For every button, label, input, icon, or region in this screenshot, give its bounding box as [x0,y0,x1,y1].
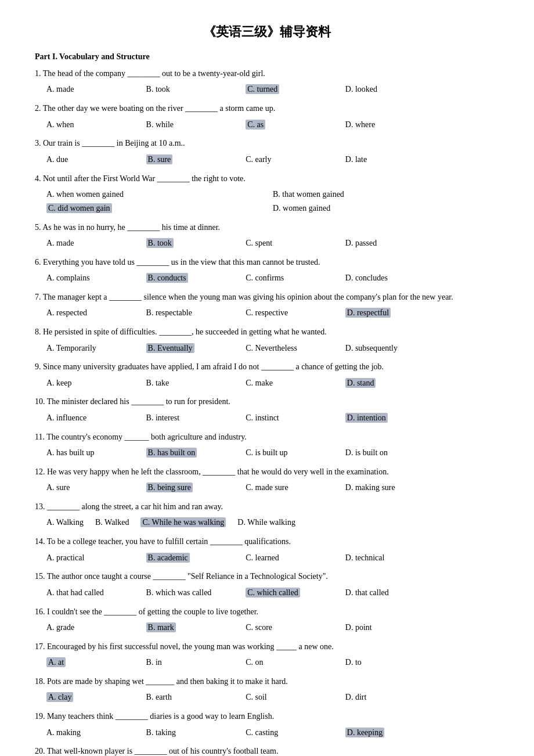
question-text: 5. As he was in no hurry, he ________ hi… [35,221,499,234]
option: D. dirt [345,690,445,704]
option: D. keeping [345,726,445,740]
question-text: 4. Not until after the First World War _… [35,172,499,185]
option: D. looked [345,82,445,96]
question-block: 5. As he was in no hurry, he ________ hi… [35,221,499,250]
options-row: A. complainsB. conductsC. confirmsD. con… [46,271,499,285]
option: C. soil [246,690,345,704]
option: A. that had called [46,586,146,600]
option: D. passed [345,236,445,250]
option: C. Nevertheless [246,341,345,355]
question-block: 1. The head of the company ________ out … [35,67,499,96]
option: A. complains [46,271,146,285]
option: C. which called [246,586,345,600]
option: D. is built on [345,446,445,460]
options-row: A. influenceB. interestC. instinctD. int… [46,411,499,425]
question-text: 12. He was very happy when he left the c… [35,466,499,478]
question-block: 13. ________ along the street, a car hit… [35,501,499,530]
option: B. while [146,118,246,132]
question-block: 2. The other day we were boating on the … [35,102,499,131]
question-text: 11. The country's economy ______ both ag… [35,431,499,444]
options-row: A. TemporarilyB. EventuallyC. Neverthele… [46,341,499,355]
options-row: A. when women gainedB. that women gained… [46,188,499,215]
options-row: A. atB. inC. onD. to [46,656,499,669]
option: B. took [146,236,246,250]
question-text: 6. Everything you have told us ________ … [35,256,499,269]
question-text: 16. I couldn't see the ________ of getti… [35,606,499,618]
highlighted-answer: C. as [246,120,265,129]
question-block: 8. He persisted in spite of difficulties… [35,326,499,355]
option: C. casting [246,726,345,740]
option: A. respected [46,306,146,320]
question-block: 18. Pots are made by shaping wet _______… [35,675,499,704]
option: D. respectful [345,306,445,320]
question-text: 14. To be a college teacher, you have to… [35,535,499,548]
option: D. subsequently [345,341,445,355]
option: C. instinct [246,411,345,425]
options-row: A. has built upB. has built onC. is buil… [46,446,499,460]
options-row: A. WalkingB. WalkedC. While he was walki… [46,516,499,530]
option: A. when women gained [46,188,273,201]
option: D. point [345,621,445,635]
option: D. women gained [273,201,499,215]
question-text: 17. Encouraged by his first successful n… [35,640,499,653]
highlighted-answer: B. being sure [146,483,193,492]
option: B. respectable [146,306,246,320]
question-text: 10. The minister declared his ________ t… [35,395,499,408]
question-block: 9. Since many university graduates have … [35,361,499,390]
highlighted-answer: B. sure [146,154,173,164]
question-block: 11. The country's economy ______ both ag… [35,431,499,460]
options-row: A. that had calledB. which was calledC. … [46,586,499,600]
option: C. early [246,153,345,167]
highlighted-answer: D. stand [345,378,376,388]
question-text: 18. Pots are made by shaping wet _______… [35,675,499,688]
option: B. Eventually [146,341,246,355]
question-block: 14. To be a college teacher, you have to… [35,535,499,564]
highlighted-answer: D. respectful [345,308,391,318]
option: B. which was called [146,586,246,600]
options-row: A. madeB. tookC. spentD. passed [46,236,499,250]
question-text: 7. The manager kept a ________ silence w… [35,291,499,304]
highlighted-answer: B. academic [146,553,190,563]
option: C. on [246,656,345,669]
options-row: A. whenB. whileC. asD. where [46,118,499,132]
option: B. took [146,82,246,96]
highlighted-answer: D. keeping [345,728,384,737]
option: A. has built up [46,446,146,460]
option: C. While he was walking [140,516,226,530]
option: D. technical [345,551,445,565]
highlighted-answer: A. clay [46,692,73,702]
question-block: 10. The minister declared his ________ t… [35,395,499,424]
option: B. Walked [95,516,129,530]
option: A. clay [46,690,146,704]
option: A. made [46,82,146,96]
option: B. being sure [146,481,246,495]
options-row: A. sureB. being sureC. made sureD. makin… [46,481,499,495]
question-block: 17. Encouraged by his first successful n… [35,640,499,669]
option: B. interest [146,411,246,425]
option: B. conducts [146,271,246,285]
highlighted-answer: B. took [146,238,174,248]
option: A. Walking [46,516,84,530]
option: A. grade [46,621,146,635]
highlighted-answer: B. mark [146,622,176,632]
option: B. in [146,656,246,669]
option: A. made [46,236,146,250]
option: C. make [246,376,345,390]
option: B. that women gained [273,188,499,201]
question-text: 9. Since many university graduates have … [35,361,499,373]
option: A. Temporarily [46,341,146,355]
question-text: 19. Many teachers think ________ diaries… [35,710,499,723]
option: D. concludes [345,271,445,285]
question-text: 15. The author once taught a course ____… [35,570,499,583]
question-block: 7. The manager kept a ________ silence w… [35,291,499,320]
option: A. making [46,726,146,740]
highlighted-answer: B. has built on [146,448,197,458]
question-text: 13. ________ along the street, a car hit… [35,501,499,513]
option: B. taking [146,726,246,740]
option: B. take [146,376,246,390]
option: B. mark [146,621,246,635]
options-row: A. keepB. takeC. makeD. stand [46,376,499,390]
question-text: 20. That well-known player is ________ o… [35,745,499,756]
option: A. keep [46,376,146,390]
question-text: 8. He persisted in spite of difficulties… [35,326,499,339]
